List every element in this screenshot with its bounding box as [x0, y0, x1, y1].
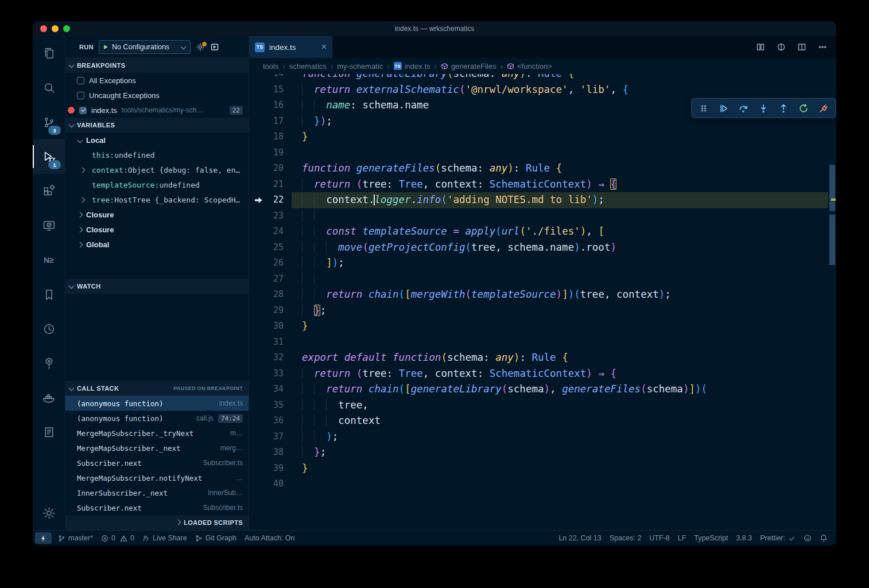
activity-docker[interactable] [33, 380, 65, 415]
breadcrumb-item[interactable]: schematics [289, 62, 327, 71]
close-tab-icon[interactable]: × [321, 42, 327, 52]
code-line[interactable]: 21 return (tree: Tree, context: Schemati… [249, 177, 828, 193]
compare-changes-icon[interactable] [777, 42, 786, 52]
call-stack-header[interactable]: CALL STACK PAUSED ON BREAKPOINT [65, 381, 249, 396]
remote-indicator[interactable] [35, 532, 52, 544]
gutter[interactable]: 21 [249, 177, 292, 193]
gutter[interactable]: 20 [249, 161, 292, 177]
eol[interactable]: LF [674, 531, 690, 546]
warning-count[interactable]: 0 [119, 531, 138, 546]
gutter[interactable]: 29 [249, 303, 292, 319]
restart-button[interactable] [798, 103, 809, 114]
activity-manage[interactable] [33, 496, 65, 530]
disconnect-button[interactable] [818, 103, 829, 114]
error-count[interactable]: 0 [97, 531, 119, 546]
code-line[interactable]: 22 context.logger.info('adding NOTES.md … [249, 192, 828, 208]
gutter[interactable]: 30 [249, 318, 292, 334]
code-line[interactable]: 34 return chain([generateLibrary(schema)… [249, 381, 828, 398]
code-line[interactable]: 26 ]); [249, 255, 828, 271]
scope-closure[interactable]: Closure [65, 207, 249, 222]
code-line[interactable]: 33 return (tree: Tree, context: Schemati… [249, 366, 828, 382]
code-line[interactable]: 28 return chain([mergeWith(templateSourc… [249, 287, 828, 303]
step-out-button[interactable] [778, 103, 789, 114]
gutter[interactable]: 28 [249, 287, 292, 303]
callstack-frame[interactable]: Subscriber.nextSubscriber.ts [65, 500, 249, 515]
code-line[interactable]: 19 [249, 145, 828, 161]
code-line[interactable]: 20function generateFiles(schema: any): R… [249, 161, 828, 177]
callstack-frame[interactable]: MergeMapSubscriber.notifyNext… [65, 470, 249, 485]
breakpoint-entry[interactable]: index.ts tools/schematics/my-sch… 22 [65, 103, 249, 118]
gutter[interactable]: 15 [249, 82, 292, 98]
code-line[interactable]: 31 [249, 334, 828, 351]
indentation[interactable]: Spaces: 2 [606, 531, 646, 546]
code-line[interactable]: 37 ); [249, 429, 828, 445]
gutter[interactable]: 27 [249, 271, 292, 287]
gutter[interactable]: 14 [249, 74, 292, 82]
breadcrumb-item[interactable]: tools [263, 62, 278, 71]
activity-search[interactable] [33, 71, 65, 105]
step-into-button[interactable] [758, 103, 769, 114]
gutter[interactable]: 23 [249, 208, 292, 224]
watch-header[interactable]: WATCH [65, 279, 249, 294]
checkbox-checked-icon[interactable] [79, 107, 87, 114]
notifications[interactable] [816, 531, 832, 546]
step-over-button[interactable] [738, 103, 748, 114]
breakpoints-header[interactable]: BREAKPOINTS [65, 58, 249, 73]
git-graph[interactable]: Git Graph [191, 531, 240, 546]
gutter[interactable]: 35 [249, 398, 292, 414]
loaded-scripts-header[interactable]: LOADED SCRIPTS [65, 515, 249, 530]
breadcrumb-item[interactable]: my-schematic [337, 62, 383, 71]
callstack-frame[interactable]: Subscriber.nextSubscriber.ts [65, 455, 249, 470]
variable-item[interactable]: this: undefined [65, 147, 249, 162]
gutter[interactable]: 19 [249, 145, 292, 161]
activity-bookmarks[interactable] [33, 277, 65, 311]
gutter[interactable]: 32 [249, 350, 292, 366]
prettier[interactable]: Prettier: [756, 531, 800, 546]
callstack-frame[interactable]: InnerSubscriber._nextInnerSub… [65, 485, 249, 500]
open-changes-icon[interactable] [756, 42, 765, 52]
cursor-position[interactable]: Ln 22, Col 13 [554, 531, 605, 546]
activity-peacock[interactable] [33, 346, 65, 380]
code-line[interactable]: 40 [249, 476, 828, 492]
split-editor-icon[interactable] [797, 42, 806, 52]
activity-source-control[interactable]: 3 [33, 105, 65, 139]
gutter[interactable]: 40 [249, 476, 292, 492]
scope-local[interactable]: Local [65, 133, 249, 147]
callstack-frame[interactable]: (anonymous function)index.ts [65, 396, 249, 411]
gutter[interactable]: 22 [249, 192, 292, 208]
gutter[interactable]: 31 [249, 334, 292, 351]
configuration-dropdown[interactable]: No Configurations [99, 40, 191, 54]
gutter[interactable]: 17 [249, 114, 292, 130]
typescript-version[interactable]: 3.8.3 [732, 531, 756, 546]
gutter[interactable]: 36 [249, 413, 292, 429]
activity-remote-preview[interactable] [33, 208, 65, 243]
callstack-frame[interactable]: (anonymous function)call.js74:24 [65, 411, 249, 426]
variable-item[interactable]: templateSource: undefined [65, 177, 249, 192]
activity-notebook[interactable] [33, 415, 65, 449]
code-line[interactable]: 38 }; [249, 445, 828, 461]
activity-nx-console[interactable]: N≥ [33, 243, 65, 277]
feedback[interactable] [800, 531, 816, 546]
gutter[interactable]: 24 [249, 224, 292, 240]
editor-scrollbar[interactable] [828, 74, 836, 530]
more-actions-icon[interactable] [818, 42, 827, 52]
variable-item[interactable]: tree: HostTree {_backend: ScopedH… [65, 192, 249, 207]
code-line[interactable]: 29 }; [249, 303, 828, 319]
breadcrumb-item[interactable]: generateFiles [441, 62, 496, 71]
callstack-frame[interactable]: MergeMapSubscriber._tryNextm… [65, 426, 249, 441]
code-line[interactable]: 23 [249, 208, 828, 224]
breadcrumb-item[interactable]: <function> [507, 62, 552, 71]
code-line[interactable]: 24 const templateSource = apply(url('./f… [249, 224, 828, 240]
debug-console-button[interactable] [210, 42, 219, 52]
gutter[interactable]: 37 [249, 429, 292, 445]
zoom-window-button[interactable] [63, 25, 70, 32]
callstack-frame[interactable]: MergeMapSubscriber._nextmerg… [65, 441, 249, 455]
code-editor[interactable]: 14function generateLibrary(schema: any):… [249, 74, 836, 530]
gutter[interactable]: 34 [249, 381, 292, 398]
gutter[interactable]: 18 [249, 129, 292, 145]
gutter[interactable]: 26 [249, 255, 292, 271]
checkbox-unchecked-icon[interactable] [77, 92, 84, 99]
code-line[interactable]: 18} [249, 129, 828, 145]
activity-explorer[interactable] [33, 36, 65, 71]
variables-header[interactable]: VARIABLES [65, 118, 249, 133]
